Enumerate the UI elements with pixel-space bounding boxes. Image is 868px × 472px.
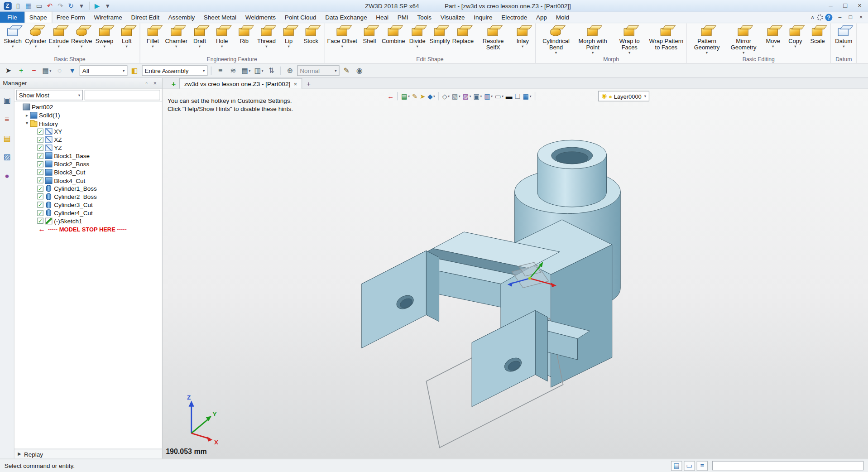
ribbon-button-lip[interactable]: Lip▾ <box>278 24 300 49</box>
tree-item-xz[interactable]: ✓XZ <box>14 135 162 144</box>
tree-filter-select[interactable]: Show Most ▾ <box>16 90 83 100</box>
menu-free-form[interactable]: Free Form <box>52 12 90 23</box>
tree-item-solid-1[interactable]: ▸Solid(1) <box>14 111 162 119</box>
ribbon-button-thread[interactable]: Thread▾ <box>255 24 278 49</box>
redo-icon[interactable]: ↷ <box>56 1 65 10</box>
menu-electrode[interactable]: Electrode <box>497 12 532 23</box>
tree-item-block2-boss[interactable]: ✓Block2_Boss <box>14 160 162 168</box>
tree-item-xy[interactable]: ✓XY <box>14 127 162 135</box>
ribbon-button-mirror-geometry[interactable]: Mirror Geometry▾ <box>725 24 762 55</box>
ribbon-button-inlay[interactable]: Inlay▾ <box>512 24 534 49</box>
close-button[interactable]: × <box>856 13 866 22</box>
dropdown-caret-icon[interactable]: ▾ <box>772 44 774 49</box>
checkbox-checked-icon[interactable]: ✓ <box>37 137 43 143</box>
ribbon-button-morph-with-point[interactable]: Morph with Point▾ <box>575 24 611 55</box>
menu-heal[interactable]: Heal <box>371 12 393 23</box>
ribbon-button-replace[interactable]: Replace▾ <box>451 24 475 49</box>
ribbon-button-cylindrical-bend[interactable]: Cylindrical Bend▾ <box>537 24 574 55</box>
tree-item-block1-base[interactable]: ✓Block1_Base <box>14 152 162 160</box>
dropdown-caret-icon[interactable]: ▾ <box>843 44 844 49</box>
assembly-tree-icon[interactable]: ≡ <box>2 114 12 124</box>
remove-selection-icon[interactable]: − <box>29 65 40 76</box>
tree-item-cylinder4-cut[interactable]: ✓Cylinder4_Cut <box>14 209 162 217</box>
tree-item-model-stop-here[interactable]: ←----- MODEL STOP HERE ----- <box>14 225 162 233</box>
selection-settings-icon[interactable]: ◉ <box>354 65 365 76</box>
play-caret-icon[interactable]: ▾ <box>103 1 112 10</box>
role-manager-icon[interactable]: ● <box>2 171 12 181</box>
menu-direct-edit[interactable]: Direct Edit <box>127 12 164 23</box>
minimize-button[interactable]: – <box>834 13 845 22</box>
dropdown-caret-icon[interactable]: ▾ <box>12 44 14 49</box>
section-view-icon[interactable]: ▥▾ <box>484 91 493 101</box>
part-model[interactable] <box>362 140 620 448</box>
maximize-button[interactable]: □ <box>845 13 856 22</box>
ribbon-button-extrude[interactable]: Extrude▾ <box>48 24 70 49</box>
dropdown-caret-icon[interactable]: ▾ <box>743 50 744 55</box>
scope-select[interactable]: Entire Assembly▾ <box>142 65 207 76</box>
pick-window-icon[interactable]: ▦▾ <box>41 65 53 76</box>
tree-item-part002[interactable]: Part002 <box>14 103 162 111</box>
checkbox-checked-icon[interactable]: ✓ <box>37 202 43 207</box>
menu-wireframe[interactable]: Wireframe <box>90 12 127 23</box>
dropdown-caret-icon[interactable]: ▾ <box>592 50 594 55</box>
ribbon-button-resolve-selfx[interactable]: Resolve SelfX▾ <box>475 24 512 55</box>
dropdown-caret-icon[interactable]: ▾ <box>175 44 177 49</box>
ribbon-button-pattern-geometry[interactable]: Pattern Geometry▾ <box>688 24 725 55</box>
visual-manager-icon[interactable]: ▣ <box>2 95 12 105</box>
tree-item-block4-cut[interactable]: ✓Block4_Cut <box>14 176 162 184</box>
monitor-icon[interactable]: ▭ <box>684 461 695 471</box>
ribbon-button-draft[interactable]: Draft▾ <box>188 24 211 49</box>
add-selection-icon[interactable]: + <box>15 65 27 76</box>
pick-target-icon[interactable]: ➤ <box>419 91 426 101</box>
menu-pmi[interactable]: PMI <box>393 12 413 23</box>
dropdown-caret-icon[interactable]: ▾ <box>126 44 128 49</box>
ribbon-button-datum[interactable]: Datum▾ <box>833 24 855 49</box>
status-input[interactable] <box>712 461 863 471</box>
ribbon-button-combine[interactable]: Combine▾ <box>381 24 407 49</box>
tree-item-cylinder1-boss[interactable]: ✓Cylinder1_Boss <box>14 184 162 193</box>
ribbon-button-wrap-to-faces[interactable]: Wrap to Faces▾ <box>611 24 648 55</box>
tree-item-yz[interactable]: ✓YZ <box>14 144 162 152</box>
ribbon-button-sketch[interactable]: Sketch▾ <box>2 24 24 49</box>
checkbox-checked-icon[interactable]: ✓ <box>37 177 43 183</box>
dropdown-caret-icon[interactable]: ▾ <box>644 94 646 98</box>
tree-item-block3-cut[interactable]: ✓Block3_Cut <box>14 168 162 176</box>
ribbon-button-divide[interactable]: Divide▾ <box>406 24 428 49</box>
view-cube-icon[interactable]: ▧▾ <box>451 91 461 101</box>
dropdown-caret-icon[interactable]: ▾ <box>628 50 630 55</box>
dropdown-caret-icon[interactable]: ▾ <box>81 44 82 49</box>
ribbon-button-scale[interactable]: Scale▾ <box>806 24 829 49</box>
background-color-icon[interactable]: ▬ <box>505 91 513 101</box>
tree-item-history[interactable]: ▾History <box>14 119 162 127</box>
print-icon[interactable]: ▭ <box>34 1 44 10</box>
menu-file[interactable]: File <box>0 12 24 23</box>
dropdown-caret-icon[interactable]: ▾ <box>288 44 289 49</box>
shaded-display-icon[interactable]: ◆▾ <box>427 91 436 101</box>
lower-plate-side[interactable] <box>535 310 547 381</box>
ribbon-button-wrap-pattern-to-faces[interactable]: Wrap Pattern to Faces▾ <box>648 24 685 55</box>
tree-item-sketch1[interactable]: ✓(-)Sketch1 <box>14 217 162 225</box>
dropdown-caret-icon[interactable]: ▾ <box>35 44 37 49</box>
menu-mold[interactable]: Mold <box>551 12 574 23</box>
undo-icon[interactable]: ↶ <box>45 1 55 10</box>
close-panel-icon[interactable]: × <box>151 80 159 86</box>
annotate-icon[interactable]: ✎ <box>412 91 418 101</box>
dropdown-caret-icon[interactable]: ▾ <box>58 44 60 49</box>
minimize-button[interactable]: – <box>824 1 838 11</box>
ribbon-button-sweep[interactable]: Sweep▾ <box>93 24 115 49</box>
play-icon[interactable]: ▶ <box>92 1 102 10</box>
wireframe-display-icon[interactable]: ◇▾ <box>441 91 450 101</box>
ribbon-button-rib[interactable]: Rib▾ <box>233 24 255 49</box>
checkbox-checked-icon[interactable]: ✓ <box>37 193 43 199</box>
dropdown-caret-icon[interactable]: ▾ <box>706 50 708 55</box>
dropdown-caret-icon[interactable]: ▾ <box>103 44 105 49</box>
replay-expand-icon[interactable]: ▶ <box>18 452 21 457</box>
exit-environment-icon[interactable]: ← <box>387 91 394 101</box>
ribbon-button-hole[interactable]: Hole▾ <box>211 24 233 49</box>
settings-gear-icon[interactable] <box>817 14 823 20</box>
tree-item-cylinder2-boss[interactable]: ✓Cylinder2_Boss <box>14 193 162 201</box>
upper-plate-face[interactable] <box>362 250 427 348</box>
screen-display-icon[interactable]: ▭▾ <box>494 91 504 101</box>
dropdown-caret-icon[interactable]: ▾ <box>794 44 796 49</box>
refresh-icon[interactable]: ↻ <box>66 1 76 10</box>
